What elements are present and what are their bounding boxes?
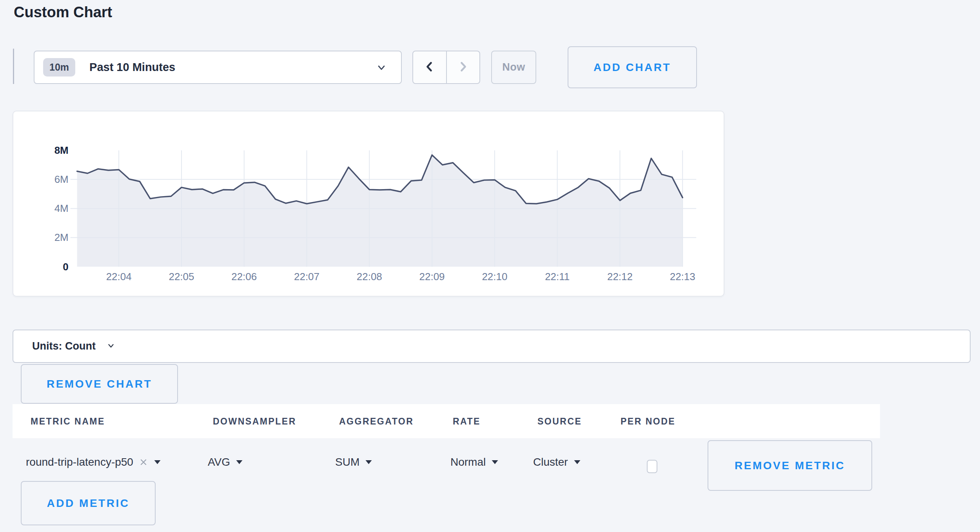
units-dropdown[interactable]: Units: Count <box>13 330 971 363</box>
downsampler-select[interactable]: AVG <box>208 450 243 474</box>
triangle-down-icon <box>573 460 581 465</box>
now-button[interactable]: Now <box>491 51 536 84</box>
chevron-right-icon <box>456 60 470 75</box>
rate-value: Normal <box>450 456 486 468</box>
page-title: Custom Chart <box>14 4 112 21</box>
svg-text:22:05: 22:05 <box>169 271 194 282</box>
svg-text:22:07: 22:07 <box>294 271 319 282</box>
add-metric-label: ADD METRIC <box>47 497 130 510</box>
source-value: Cluster <box>533 456 568 468</box>
svg-text:22:08: 22:08 <box>357 271 382 282</box>
metric-name-value: round-trip-latency-p50 <box>26 456 133 468</box>
svg-text:22:12: 22:12 <box>607 271 633 282</box>
svg-text:4M: 4M <box>54 203 69 214</box>
triangle-down-icon <box>236 460 243 465</box>
add-metric-button[interactable]: ADD METRIC <box>21 481 156 525</box>
svg-text:22:06: 22:06 <box>231 271 257 282</box>
time-range-label: Past 10 Minutes <box>89 61 175 74</box>
units-label: Units: Count <box>32 340 96 352</box>
metric-name-select[interactable]: round-trip-latency-p50 <box>26 450 161 474</box>
add-chart-label: ADD CHART <box>593 61 671 74</box>
col-aggregator: AGGREGATOR <box>339 416 414 426</box>
chevron-left-icon <box>423 60 436 75</box>
add-chart-button[interactable]: ADD CHART <box>568 46 697 88</box>
svg-text:8M: 8M <box>54 145 69 156</box>
remove-metric-label: REMOVE METRIC <box>735 459 845 472</box>
triangle-down-icon <box>491 460 499 465</box>
chevron-down-icon <box>107 341 115 352</box>
svg-text:22:11: 22:11 <box>545 271 570 282</box>
aggregator-select[interactable]: SUM <box>335 450 372 474</box>
prev-time-button[interactable] <box>413 51 446 83</box>
col-metric-name: METRIC NAME <box>31 416 105 426</box>
col-downsampler: DOWNSAMPLER <box>213 416 296 426</box>
time-range-badge: 10m <box>43 58 75 77</box>
time-nav-buttons <box>412 51 480 84</box>
remove-metric-button[interactable]: REMOVE METRIC <box>708 440 872 491</box>
remove-chart-label: REMOVE CHART <box>47 378 152 390</box>
source-select[interactable]: Cluster <box>533 450 581 474</box>
next-time-button[interactable] <box>447 51 480 83</box>
custom-chart-page: Custom Chart 10m Past 10 Minutes Now ADD… <box>0 0 980 532</box>
rate-select[interactable]: Normal <box>450 450 499 474</box>
svg-text:22:04: 22:04 <box>106 271 132 282</box>
col-per-node: PER NODE <box>621 416 675 426</box>
chevron-down-icon <box>376 62 387 73</box>
svg-text:6M: 6M <box>54 174 69 185</box>
svg-text:0: 0 <box>63 261 68 272</box>
remove-chart-button[interactable]: REMOVE CHART <box>21 364 178 404</box>
chart-card: 22:0422:0522:0622:0722:0822:0922:1022:11… <box>13 111 724 297</box>
metrics-table-header: METRIC NAME DOWNSAMPLER AGGREGATOR RATE … <box>13 404 880 438</box>
svg-text:2M: 2M <box>54 232 69 243</box>
svg-text:22:13: 22:13 <box>670 271 695 282</box>
triangle-down-icon <box>154 460 161 465</box>
svg-text:22:10: 22:10 <box>482 271 507 282</box>
svg-text:22:09: 22:09 <box>419 271 445 282</box>
triangle-down-icon <box>365 460 372 465</box>
col-rate: RATE <box>453 416 481 426</box>
downsampler-value: AVG <box>208 456 230 468</box>
time-range-dropdown[interactable]: 10m Past 10 Minutes <box>34 51 402 84</box>
x-icon[interactable] <box>139 457 148 467</box>
per-node-checkbox[interactable] <box>647 460 657 473</box>
latency-area-chart: 22:0422:0522:0622:0722:0822:0922:1022:11… <box>13 111 724 296</box>
col-source: SOURCE <box>537 416 582 426</box>
aggregator-value: SUM <box>335 456 359 468</box>
now-button-label: Now <box>502 61 525 73</box>
toolbar-left-tick <box>13 49 14 84</box>
